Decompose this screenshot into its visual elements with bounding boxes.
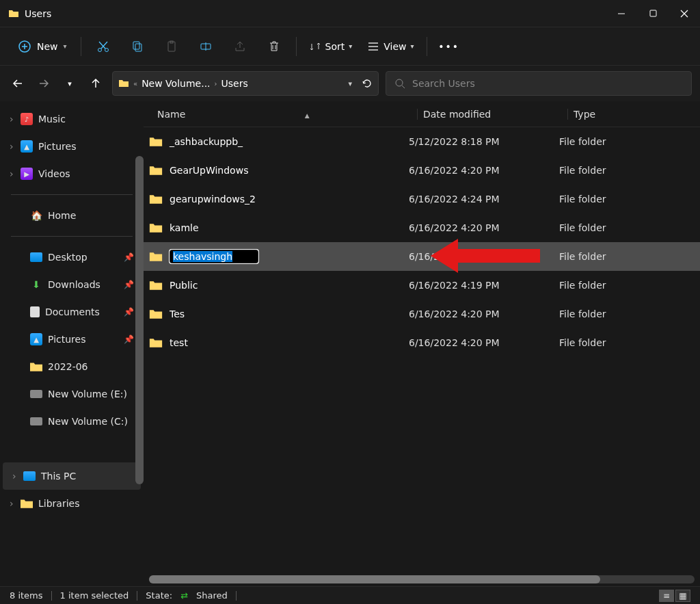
search-icon [394,78,405,89]
file-name: Tes [170,308,185,319]
cut-button[interactable] [88,34,118,59]
file-name: Public [170,280,198,291]
chevron-down-icon[interactable]: ▾ [348,79,352,88]
plus-circle-icon [18,40,31,53]
maximize-button[interactable] [637,0,669,27]
details-view-button[interactable]: ≡ [659,590,674,602]
sidebar-item-2022-06[interactable]: 2022-06 [0,353,144,380]
table-row[interactable]: Public6/16/2022 4:19 PMFile folder [144,271,700,300]
sidebar-item-this-pc[interactable]: This PC [3,462,141,490]
refresh-icon[interactable] [362,78,373,89]
sidebar-item-documents[interactable]: Documents 📌 [0,298,144,326]
sidebar-item-pictures-lib[interactable]: ▲ Pictures [0,133,144,160]
sort-button[interactable]: Sort ▾ [304,38,358,55]
table-row[interactable]: Tes6/16/2022 4:20 PMFile folder [144,300,700,328]
type-cell: File folder [559,136,700,147]
view-button[interactable]: View ▾ [362,38,419,55]
sidebar-item-music[interactable]: ♪ Music [0,105,144,133]
name-cell: _ashbackuppb_ [149,136,409,147]
name-cell [149,250,409,263]
separator [427,37,427,56]
sidebar-scrollbar[interactable] [135,156,144,484]
sidebar-label: Pictures [48,334,85,345]
sidebar-item-volume-e[interactable]: New Volume (E:) [0,380,144,408]
sidebar-item-libraries[interactable]: Libraries [0,490,144,517]
chevron-down-icon: ▾ [64,42,67,50]
sort-icon [309,40,321,53]
back-button[interactable] [8,74,27,93]
trash-icon [267,40,281,53]
share-button[interactable] [225,34,255,59]
sidebar-item-home[interactable]: 🏠 Home [0,202,144,229]
sidebar-label: 2022-06 [48,361,88,372]
sidebar-label: Music [38,114,66,124]
paste-button[interactable] [157,34,187,59]
table-row[interactable]: test6/16/2022 4:20 PMFile folder [144,328,700,357]
arrow-right-icon [38,77,50,90]
sidebar-item-videos[interactable]: ▶ Videos [0,160,144,187]
more-button[interactable]: ••• [434,34,464,59]
date-cell: 6/16/2022 4:19 PM [409,280,559,291]
folder-icon [149,165,163,176]
breadcrumb-users[interactable]: Users [221,78,248,89]
search-bar[interactable] [386,71,692,96]
sidebar-item-downloads[interactable]: ⬇ Downloads 📌 [0,271,144,298]
more-icon: ••• [438,41,459,52]
up-button[interactable] [86,74,105,93]
sort-label: Sort [325,41,345,52]
rename-button[interactable] [191,34,221,59]
file-name: GearUpWindows [170,165,248,176]
clipboard-icon [165,40,178,53]
recent-button[interactable]: ▾ [60,74,79,93]
new-button[interactable]: New ▾ [11,36,74,57]
address-bar[interactable]: « New Volume... › Users ▾ [112,71,379,96]
main: ♪ Music ▲ Pictures ▶ Videos 🏠 Home Deskt… [0,101,700,586]
sidebar-label: Downloads [48,279,100,290]
date-cell: 6/16/2022 4:20 PM [409,251,559,262]
table-row[interactable]: 6/16/2022 4:20 PMFile folder [144,242,700,271]
date-cell: 6/16/2022 4:20 PM [409,222,559,233]
libraries-icon [21,498,33,509]
icons-view-button[interactable]: ▦ [675,590,690,602]
date-cell: 6/16/2022 4:20 PM [409,308,559,319]
maximize-icon [649,10,657,17]
table-row[interactable]: _ashbackuppb_5/12/2022 8:18 PMFile folde… [144,127,700,156]
svg-rect-0 [650,10,656,16]
scissors-icon [96,40,110,53]
divider [11,194,133,195]
column-type[interactable]: Type [567,109,700,120]
sidebar-item-desktop[interactable]: Desktop 📌 [0,244,144,271]
type-cell: File folder [559,280,700,291]
folder-icon [149,194,163,205]
breadcrumb-volume[interactable]: New Volume... [142,78,210,89]
column-date[interactable]: Date modified [417,109,567,120]
table-row[interactable]: gearupwindows_26/16/2022 4:24 PMFile fol… [144,185,700,213]
date-cell: 5/12/2022 8:18 PM [409,136,559,147]
sidebar-item-pictures[interactable]: ▲ Pictures 📌 [0,326,144,353]
horizontal-scrollbar[interactable] [149,575,695,583]
delete-button[interactable] [259,34,289,59]
toolbar: New ▾ Sort ▾ View ▾ ••• [0,27,700,66]
chevron-down-icon: ▾ [411,42,414,50]
sidebar-label: New Volume (C:) [48,416,128,427]
table-row[interactable]: GearUpWindows6/16/2022 4:20 PMFile folde… [144,156,700,185]
table-row[interactable]: kamle6/16/2022 4:20 PMFile folder [144,213,700,242]
status-bar: 8 items 1 item selected State: ⇄ Shared … [0,586,700,604]
copy-button[interactable] [122,34,152,59]
sidebar-label: Home [48,210,76,221]
folder-icon [149,280,163,291]
minimize-icon [617,10,625,18]
forward-button[interactable] [34,74,53,93]
window-title: Users [25,8,606,19]
name-cell: gearupwindows_2 [149,194,409,205]
search-input[interactable] [412,78,683,89]
minimize-button[interactable] [606,0,637,27]
column-name[interactable]: Name ▲ [157,109,417,120]
sidebar-item-volume-c[interactable]: New Volume (C:) [0,408,144,435]
drive-icon [30,417,42,425]
home-icon: 🏠 [30,209,42,222]
close-button[interactable] [669,0,700,27]
rename-input[interactable] [170,250,258,263]
picture-icon: ▲ [30,333,42,345]
pin-icon: 📌 [124,252,134,262]
